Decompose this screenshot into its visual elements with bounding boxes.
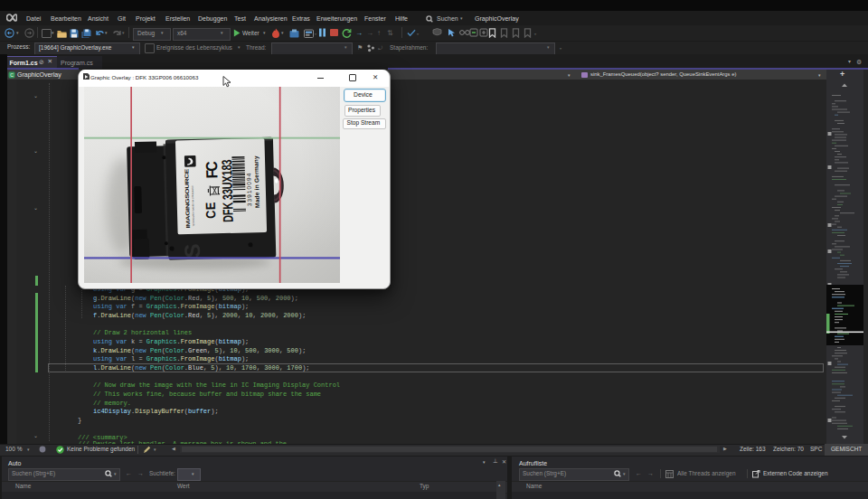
- svg-text:33910094: 33910094: [245, 173, 252, 207]
- svg-text:S: S: [179, 243, 203, 259]
- svg-text:CE: CE: [203, 202, 218, 219]
- svg-text:C: C: [10, 72, 14, 78]
